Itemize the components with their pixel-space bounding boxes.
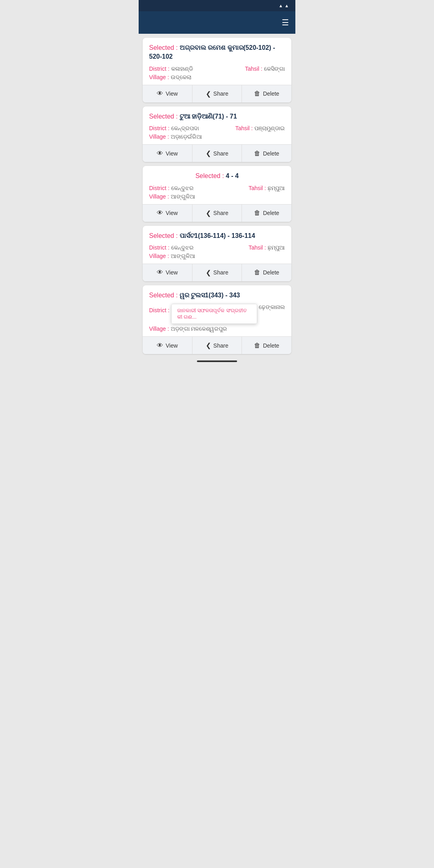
view-label: View bbox=[166, 210, 178, 216]
delete-button[interactable]: 🗑Delete bbox=[242, 337, 291, 354]
village-label: Village : bbox=[149, 253, 169, 259]
district-value: କେନ୍ଦୁଝର bbox=[171, 244, 194, 251]
selected-label: Selected : bbox=[149, 292, 180, 299]
district-tahsil-row: District :କେନ୍ଦୁଝରTahsil :ଛ଼ମ୍ପୁଆ bbox=[149, 185, 285, 192]
selected-value: ୱର ଟୁଲସ1(343) - 343 bbox=[180, 292, 240, 299]
tahsil-label: Tahsil : bbox=[245, 66, 262, 72]
eye-icon: 👁 bbox=[157, 269, 163, 276]
village-label: Village : bbox=[149, 326, 169, 332]
village-row: Village :ଆଙ୍ଗୁଳିଆ bbox=[149, 193, 285, 200]
tahsil-value: ଢ଼େଙ୍କାନାଲ bbox=[259, 304, 285, 311]
view-button[interactable]: 👁View bbox=[143, 205, 192, 222]
district-value: କଳାହାଣ୍ଡି bbox=[171, 66, 193, 72]
record-card: Selected : ୱର ଟୁଲସ1(343) - 343District :… bbox=[143, 285, 291, 354]
district-label: District : bbox=[149, 125, 170, 131]
district-tahsil-row: District :କେନ୍ଦୁଝରTahsil :ଛ଼ମ୍ପୁଆ bbox=[149, 244, 285, 251]
eye-icon: 👁 bbox=[157, 150, 163, 157]
share-button[interactable]: ❮Share bbox=[192, 145, 242, 162]
district-tahsil-row: District :କଳାହାଣ୍ଡିTahsil :କେସିଙ୍ଗା bbox=[149, 66, 285, 72]
trash-icon: 🗑 bbox=[254, 90, 260, 97]
tahsil-label: Tahsil : bbox=[248, 244, 266, 251]
selected-field: Selected : 4 - 4 bbox=[149, 172, 285, 180]
view-button[interactable]: 👁View bbox=[143, 264, 192, 281]
delete-button[interactable]: 🗑Delete bbox=[242, 205, 291, 222]
view-button[interactable]: 👁View bbox=[143, 85, 192, 102]
share-label: Share bbox=[213, 150, 228, 157]
delete-label: Delete bbox=[263, 342, 279, 349]
district-tahsil-row: District :ଜାନକାରୀ ସଫଳତାପୂର୍ବକ ସଂଗ୍ରହୀତ କ… bbox=[149, 304, 285, 324]
view-button[interactable]: 👁View bbox=[143, 145, 192, 162]
village-label: Village : bbox=[149, 193, 169, 200]
trash-icon: 🗑 bbox=[254, 209, 260, 217]
share-icon: ❮ bbox=[206, 209, 211, 217]
selected-label: Selected : bbox=[149, 113, 180, 120]
district-value: କେନ୍ଦ୍ରପଦା bbox=[171, 125, 199, 132]
selected-field: Selected : ୱର ଟୁଲସ1(343) - 343 bbox=[149, 291, 285, 300]
record-card: Selected : 4 - 4District :କେନ୍ଦୁଝରTahsil… bbox=[143, 166, 291, 221]
record-card: Selected : ପାର୍ସଟ1(136-114) - 136-114Dis… bbox=[143, 226, 291, 281]
card-actions: 👁View❮Share🗑Delete bbox=[143, 144, 291, 162]
district-label: District : bbox=[149, 244, 170, 251]
content-area: Selected : ଅଗ୍ରବାଲ ରମେଶ କୁମାର(520-102) -… bbox=[139, 34, 295, 358]
selected-field: Selected : ଅଗ୍ରବାଲ ରମେଶ କୁମାର(520-102) -… bbox=[149, 43, 285, 61]
card-actions: 👁View❮Share🗑Delete bbox=[143, 204, 291, 222]
bottom-bar bbox=[139, 358, 295, 366]
delete-label: Delete bbox=[263, 269, 279, 276]
delete-button[interactable]: 🗑Delete bbox=[242, 85, 291, 102]
share-icon: ❮ bbox=[206, 149, 211, 157]
tahsil-label: Tahsil : bbox=[248, 185, 266, 191]
share-button[interactable]: ❮Share bbox=[192, 85, 242, 102]
wifi-icon: ▲ bbox=[278, 3, 283, 8]
share-button[interactable]: ❮Share bbox=[192, 337, 242, 354]
view-label: View bbox=[166, 269, 178, 276]
village-row: Village :ଆଙ୍ଗୁଳିଆ bbox=[149, 253, 285, 260]
delete-label: Delete bbox=[263, 210, 279, 216]
delete-label: Delete bbox=[263, 150, 279, 157]
share-button[interactable]: ❮Share bbox=[192, 205, 242, 222]
share-icon: ❮ bbox=[206, 342, 211, 349]
status-bar: ▲ ▲ bbox=[139, 0, 295, 11]
signal-icon: ▲ bbox=[285, 3, 289, 8]
card-actions: 👁View❮Share🗑Delete bbox=[143, 85, 291, 102]
village-row: Village :ଅଡ଼ଙ୍ଗା ମଳକେଶ୍ୱରପୁର bbox=[149, 326, 285, 332]
district-tahsil-row: District :କେନ୍ଦ୍ରପଦାTahsil :ପଞ୍ଚାମୁଣ୍ଡାଇ bbox=[149, 125, 285, 132]
share-label: Share bbox=[213, 342, 228, 349]
trash-icon: 🗑 bbox=[254, 269, 260, 276]
village-row: Village :ଅଡ଼ାଡ଼େଇଁରିଆ bbox=[149, 133, 285, 140]
share-icon: ❮ bbox=[206, 269, 211, 276]
village-label: Village : bbox=[149, 133, 169, 140]
village-label: Village : bbox=[149, 74, 169, 80]
selected-value: 4 - 4 bbox=[226, 172, 239, 179]
share-label: Share bbox=[213, 269, 228, 276]
delete-label: Delete bbox=[263, 90, 279, 97]
selected-value: ଟୁଆ ହାଡ଼ିଆଣି(71) - 71 bbox=[180, 113, 237, 120]
delete-button[interactable]: 🗑Delete bbox=[242, 264, 291, 281]
eye-icon: 👁 bbox=[157, 209, 163, 217]
selected-label: Selected : bbox=[195, 172, 226, 179]
eye-icon: 👁 bbox=[157, 342, 163, 349]
selected-field: Selected : ପାର୍ସଟ1(136-114) - 136-114 bbox=[149, 231, 285, 240]
selected-field: Selected : ଟୁଆ ହାଡ଼ିଆଣି(71) - 71 bbox=[149, 112, 285, 121]
menu-button[interactable]: ☰ bbox=[282, 18, 289, 27]
share-button[interactable]: ❮Share bbox=[192, 264, 242, 281]
district-label: District : bbox=[149, 185, 170, 191]
share-icon: ❮ bbox=[206, 90, 211, 98]
village-value: ଆଙ୍ଗୁଳିଆ bbox=[171, 253, 195, 260]
selected-label: Selected : bbox=[149, 232, 180, 239]
village-value: ଆଙ୍ଗୁଳିଆ bbox=[171, 193, 195, 200]
district-label: District : bbox=[149, 66, 170, 72]
tahsil-label: Tahsil : bbox=[235, 125, 253, 131]
bottom-indicator bbox=[197, 360, 237, 362]
status-right: ▲ ▲ bbox=[277, 3, 291, 8]
record-card: Selected : ଅଗ୍ରବାଲ ରମେଶ କୁମାର(520-102) -… bbox=[143, 38, 291, 102]
village-value: ଅଡ଼ଙ୍ଗା ମଳକେଶ୍ୱରପୁର bbox=[171, 326, 227, 332]
view-label: View bbox=[166, 150, 178, 157]
delete-button[interactable]: 🗑Delete bbox=[242, 145, 291, 162]
view-label: View bbox=[166, 342, 178, 349]
tahsil-value: ପଞ୍ଚାମୁଣ୍ଡାଇ bbox=[254, 125, 285, 132]
card-actions: 👁View❮Share🗑Delete bbox=[143, 264, 291, 281]
tahsil-value: ଛ଼ମ୍ପୁଆ bbox=[268, 185, 285, 192]
trash-icon: 🗑 bbox=[254, 342, 260, 349]
record-card: Selected : ଟୁଆ ହାଡ଼ିଆଣି(71) - 71District… bbox=[143, 106, 291, 162]
view-button[interactable]: 👁View bbox=[143, 337, 192, 354]
